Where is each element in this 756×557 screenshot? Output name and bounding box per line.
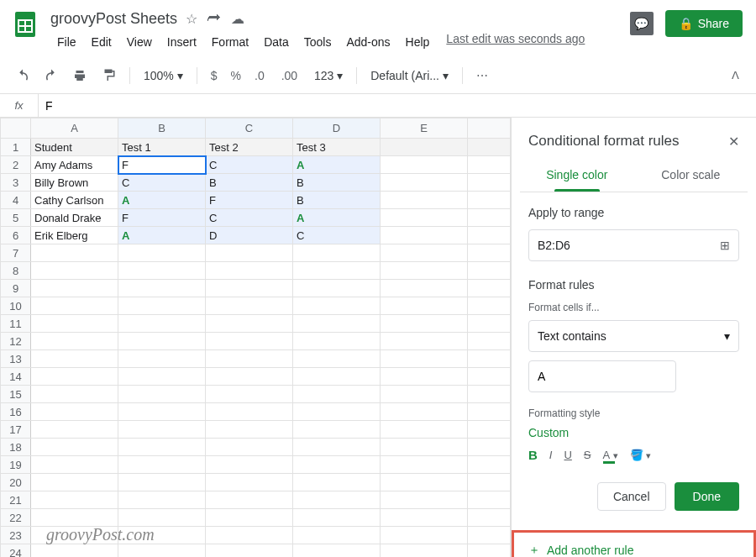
cell[interactable] [206,421,293,439]
cell[interactable] [206,244,293,262]
column-header[interactable]: B [118,118,206,139]
row-header[interactable]: 14 [1,368,31,386]
cell[interactable]: Erik Elberg [31,227,118,244]
cell[interactable]: Test 3 [293,139,381,156]
cell[interactable] [118,262,206,280]
cell[interactable] [381,139,468,156]
add-another-rule-button[interactable]: ＋ Add another rule [512,530,756,557]
condition-value-input[interactable] [528,360,676,392]
fx-label[interactable]: fx [0,94,39,117]
cell[interactable]: C [206,156,293,174]
range-input[interactable]: B2:D6 ⊞ [528,229,739,261]
row-header[interactable]: 2 [1,156,31,174]
cell[interactable] [31,456,118,474]
more-formats-dropdown[interactable]: 123 ▾ [309,66,348,86]
tab-color-scale[interactable]: Color scale [634,160,748,192]
cell[interactable]: Billy Brown [31,174,118,192]
text-color-button[interactable]: A ▾ [603,449,618,461]
cell[interactable] [31,333,118,350]
cell[interactable] [381,227,468,244]
cell[interactable] [381,439,468,456]
share-button[interactable]: 🔒 Share [665,10,743,37]
menu-view[interactable]: View [120,32,159,52]
cell[interactable] [118,280,206,297]
cell[interactable] [31,474,118,491]
move-icon[interactable]: ⮫ [207,11,221,27]
star-icon[interactable]: ☆ [186,11,197,27]
cell[interactable] [118,350,206,368]
cell[interactable] [381,474,468,491]
cell[interactable] [293,509,381,527]
cell[interactable] [118,403,206,421]
cell[interactable] [381,527,468,544]
format-currency-button[interactable]: $ [206,66,223,86]
row-header[interactable]: 16 [1,403,31,421]
row-header[interactable]: 8 [1,262,31,280]
cell[interactable] [206,333,293,350]
row-header[interactable]: 17 [1,421,31,439]
menu-add-ons[interactable]: Add-ons [339,32,396,52]
cell[interactable]: B [293,174,381,192]
fill-color-button[interactable]: 🪣 ▾ [630,449,652,461]
cell[interactable] [381,368,468,386]
cell[interactable] [293,386,381,403]
row-header[interactable]: 7 [1,244,31,262]
cell[interactable]: B [293,192,381,209]
row-header[interactable]: 13 [1,350,31,368]
cell[interactable] [206,403,293,421]
row-header[interactable]: 1 [1,139,31,156]
close-icon[interactable]: ✕ [728,134,739,150]
underline-button[interactable]: U [564,449,571,461]
cell[interactable] [118,421,206,439]
spreadsheet-grid[interactable]: ABCDE 1StudentTest 1Test 2Test 32Amy Ada… [0,118,511,557]
cell[interactable] [293,244,381,262]
cell[interactable] [118,474,206,491]
cell[interactable] [118,509,206,527]
sheets-logo-icon[interactable] [8,7,42,40]
menu-insert[interactable]: Insert [160,32,203,52]
cell[interactable] [293,350,381,368]
italic-button[interactable]: I [549,449,553,461]
cell[interactable] [206,509,293,527]
row-header[interactable]: 20 [1,474,31,491]
cell[interactable]: D [206,227,293,244]
tab-single-color[interactable]: Single color [520,160,634,192]
row-header[interactable]: 23 [1,527,31,544]
cell[interactable]: B [206,174,293,192]
row-header[interactable]: 4 [1,192,31,209]
paint-format-button[interactable] [96,65,121,87]
comments-icon[interactable]: 💬 [630,12,654,35]
cell[interactable] [381,509,468,527]
row-header[interactable]: 9 [1,280,31,297]
strikethrough-button[interactable]: S [584,449,591,461]
menu-data[interactable]: Data [257,32,296,52]
collapse-toolbar-button[interactable]: ᐱ [725,66,746,85]
condition-select[interactable]: Text contains ▾ [528,320,739,352]
cell[interactable] [206,544,293,558]
cell[interactable] [381,491,468,509]
cell[interactable] [118,368,206,386]
cell[interactable] [206,439,293,456]
last-edit-link[interactable]: Last edit was seconds ago [446,32,585,52]
formula-input[interactable] [39,99,756,113]
cell[interactable] [31,297,118,315]
cell[interactable] [293,262,381,280]
cell[interactable]: F [118,156,206,174]
cell[interactable] [206,315,293,333]
row-header[interactable]: 5 [1,209,31,227]
cell[interactable] [293,456,381,474]
cell[interactable] [31,262,118,280]
cell[interactable] [381,315,468,333]
redo-button[interactable] [39,65,64,87]
cell[interactable] [381,244,468,262]
document-title[interactable]: groovyPost Sheets [50,10,177,28]
cell[interactable] [381,192,468,209]
cell[interactable]: C [293,227,381,244]
row-header[interactable]: 15 [1,386,31,403]
bold-button[interactable]: B [528,448,538,462]
row-header[interactable]: 11 [1,315,31,333]
cell[interactable]: F [206,192,293,209]
cell[interactable] [381,456,468,474]
column-header[interactable]: D [293,118,381,139]
cell[interactable] [381,350,468,368]
